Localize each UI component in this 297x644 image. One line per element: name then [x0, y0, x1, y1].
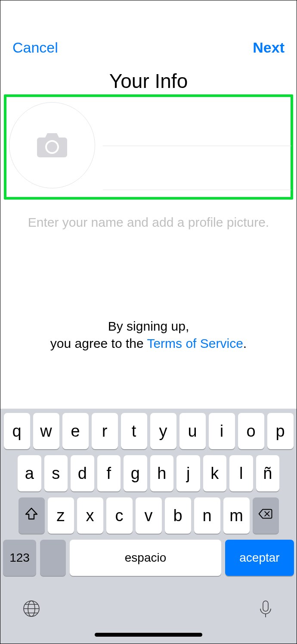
first-name-row [103, 102, 291, 146]
key-w[interactable]: w [33, 413, 59, 449]
key-t[interactable]: t [121, 413, 147, 449]
key-j[interactable]: j [176, 455, 200, 491]
tos-link[interactable]: Terms of Service [147, 336, 243, 350]
key-k[interactable]: k [203, 455, 227, 491]
tos-text: By signing up, you agree to the Terms of… [0, 318, 297, 352]
tos-line1: By signing up, [108, 319, 189, 333]
backspace-icon [258, 506, 273, 525]
key-s[interactable]: s [44, 455, 68, 491]
key-u[interactable]: u [179, 413, 206, 449]
key-e[interactable]: e [62, 413, 89, 449]
keyboard-row-2: asdfghjklñ [3, 455, 294, 491]
key-f[interactable]: f [97, 455, 121, 491]
shift-key[interactable] [19, 497, 45, 534]
key-c[interactable]: c [106, 497, 133, 534]
hint-text: Enter your name and add a profile pictur… [0, 215, 297, 230]
cancel-button[interactable]: Cancel [12, 39, 58, 56]
first-name-input[interactable] [103, 115, 291, 133]
key-z[interactable]: z [48, 497, 74, 534]
emoji-key[interactable] [40, 540, 66, 576]
numbers-key[interactable]: 123 [3, 540, 36, 576]
key-a[interactable]: a [18, 455, 41, 491]
key-g[interactable]: g [124, 455, 147, 491]
name-fields [103, 102, 291, 190]
globe-icon[interactable] [22, 599, 41, 620]
nav-bar: Cancel Next [0, 39, 297, 56]
key-i[interactable]: i [209, 413, 235, 449]
key-n[interactable]: n [194, 497, 220, 534]
key-o[interactable]: o [238, 413, 264, 449]
add-photo-button[interactable] [9, 102, 95, 188]
keyboard-row-4: 123 espacio aceptar [3, 540, 294, 576]
shift-icon [24, 506, 39, 525]
key-v[interactable]: v [136, 497, 162, 534]
svg-rect-6 [263, 601, 268, 611]
tos-line2-prefix: you agree to the [50, 336, 147, 350]
key-m[interactable]: m [223, 497, 250, 534]
page-title: Your Info [0, 69, 297, 93]
key-p[interactable]: p [267, 413, 294, 449]
accept-key[interactable]: aceptar [225, 540, 294, 576]
key-x[interactable]: x [77, 497, 103, 534]
key-d[interactable]: d [71, 455, 94, 491]
home-indicator [95, 633, 202, 637]
key-r[interactable]: r [92, 413, 118, 449]
key-l[interactable]: l [229, 455, 253, 491]
tos-suffix: . [243, 336, 247, 350]
space-key[interactable]: espacio [70, 540, 221, 576]
camera-icon [36, 132, 68, 158]
next-button[interactable]: Next [253, 39, 285, 56]
last-name-row [103, 146, 291, 190]
key-q[interactable]: q [4, 413, 30, 449]
keyboard-row-1: qwertyuiop [3, 413, 294, 449]
backspace-key[interactable] [253, 497, 279, 534]
mic-icon[interactable] [256, 599, 275, 620]
keyboard-row-3: zxcvbnm [3, 497, 294, 534]
key-y[interactable]: y [150, 413, 176, 449]
key-b[interactable]: b [165, 497, 191, 534]
key-h[interactable]: h [150, 455, 174, 491]
keyboard: qwertyuiop asdfghjklñ zxcvbnm 123 espaci… [0, 409, 297, 644]
last-name-input[interactable] [103, 159, 291, 177]
key-ñ[interactable]: ñ [256, 455, 280, 491]
